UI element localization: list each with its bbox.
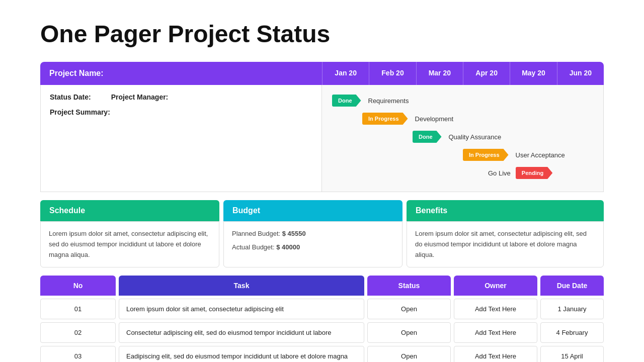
actual-budget-amount: $ 40000	[276, 243, 300, 251]
th-owner: Owner	[454, 276, 537, 296]
badge-done-requirements: Done	[332, 95, 361, 107]
project-meta-row: Status Date: Project Manager:	[50, 93, 312, 101]
project-name-label: Project Name:	[49, 69, 104, 77]
td-duedate-2: 4 February	[540, 322, 604, 343]
actual-budget-label: Actual Budget:	[232, 243, 275, 251]
table-row: 02 Consectetur adipiscing elit, sed do e…	[40, 322, 604, 343]
timeline-month-jan: Jan 20	[322, 62, 369, 85]
th-task: Task	[119, 276, 364, 296]
timeline-header: Jan 20 Feb 20 Mar 20 Apr 20 May 20 Jun 2…	[322, 62, 604, 85]
sections-header-row: Schedule Budget Benefits	[40, 200, 604, 221]
task-name-ua: User Acceptance	[516, 151, 565, 159]
info-row: Status Date: Project Manager: Project Su…	[40, 85, 604, 192]
td-task-3: Eadipiscing elit, sed do eiusmod tempor …	[119, 346, 364, 362]
td-no-1: 01	[40, 299, 116, 319]
task-table-header: No Task Status Owner Due Date	[40, 276, 604, 296]
planned-budget-line: Planned Budget: $ 45550	[232, 229, 394, 239]
project-summary-label: Project Summary:	[50, 108, 312, 116]
planned-budget-label: Planned Budget:	[232, 230, 280, 237]
badge-inprogress-ua: In Progress	[463, 149, 509, 161]
task-name-golive: Go Live	[488, 169, 511, 177]
td-owner-2: Add Text Here	[454, 322, 537, 343]
benefits-header: Benefits	[407, 200, 604, 221]
project-info-panel: Status Date: Project Manager: Project Su…	[40, 85, 322, 192]
task-name-development: Development	[415, 115, 454, 123]
timeline-month-apr: Apr 20	[463, 62, 510, 85]
timeline-month-feb: Feb 20	[369, 62, 416, 85]
task-name-requirements: Requirements	[368, 97, 409, 105]
badge-done-qa: Done	[413, 131, 442, 143]
gantt-row-requirements: Done Requirements	[332, 93, 593, 108]
gantt-area: Done Requirements In Progress Developmen…	[322, 85, 604, 192]
benefits-text: Lorem ipsum dolor sit amet, consectetur …	[415, 230, 587, 258]
planned-budget-amount: $ 45550	[282, 230, 306, 237]
gantt-row-ua: In Progress User Acceptance	[332, 147, 593, 162]
gantt-row-qa: Done Quality Assurance	[332, 129, 593, 144]
page-title: One Pager Project Status	[40, 20, 604, 48]
sections-content-row: Lorem ipsum dolor sit amet, consectetur …	[40, 221, 604, 267]
td-duedate-1: 1 January	[540, 299, 604, 319]
project-manager-label: Project Manager:	[111, 93, 169, 101]
td-owner-3: Add Text Here	[454, 346, 537, 362]
top-row: Project Name: Jan 20 Feb 20 Mar 20 Apr 2…	[40, 62, 604, 85]
budget-header: Budget	[223, 200, 403, 221]
th-no: No	[40, 276, 116, 296]
td-duedate-3: 15 April	[540, 346, 604, 362]
schedule-content: Lorem ipsum dolor sit amet, consectetur …	[40, 221, 219, 267]
timeline-month-jun: Jun 20	[557, 62, 604, 85]
td-owner-1: Add Text Here	[454, 299, 537, 319]
td-task-1: Lorem ipsum dolor sit amet, consectetur …	[119, 299, 364, 319]
schedule-header: Schedule	[40, 200, 219, 221]
schedule-text: Lorem ipsum dolor sit amet, consectetur …	[49, 230, 208, 258]
benefits-content: Lorem ipsum dolor sit amet, consectetur …	[407, 221, 604, 267]
gantt-row-golive: Go Live Pending	[332, 165, 593, 180]
badge-inprogress-development: In Progress	[362, 113, 408, 125]
timeline-month-mar: Mar 20	[416, 62, 463, 85]
table-row: 03 Eadipiscing elit, sed do eiusmod temp…	[40, 346, 604, 362]
td-status-1: Open	[367, 299, 451, 319]
td-status-2: Open	[367, 322, 451, 343]
project-name-bar: Project Name:	[40, 62, 322, 85]
status-date-label: Status Date:	[50, 93, 91, 101]
th-status: Status	[367, 276, 451, 296]
td-no-2: 02	[40, 322, 116, 343]
badge-pending-golive: Pending	[516, 167, 552, 179]
gantt-row-development: In Progress Development	[332, 111, 593, 126]
th-duedate: Due Date	[540, 276, 604, 296]
timeline-month-may: May 20	[510, 62, 556, 85]
table-row: 01 Lorem ipsum dolor sit amet, consectet…	[40, 299, 604, 319]
task-table-section: No Task Status Owner Due Date 01 Lorem i…	[40, 276, 604, 362]
actual-budget-line: Actual Budget: $ 40000	[232, 242, 394, 253]
td-task-2: Consectetur adipiscing elit, sed do eius…	[119, 322, 364, 343]
task-name-qa: Quality Assurance	[449, 133, 502, 141]
td-status-3: Open	[367, 346, 451, 362]
td-no-3: 03	[40, 346, 116, 362]
budget-content: Planned Budget: $ 45550 Actual Budget: $…	[223, 221, 403, 267]
